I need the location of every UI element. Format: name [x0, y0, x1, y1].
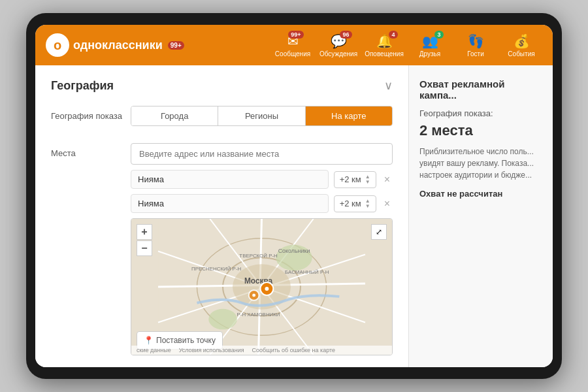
- map-zoom-in-button[interactable]: +: [137, 224, 152, 240]
- right-panel-display-label: География показа:: [419, 108, 542, 118]
- right-panel: Охват рекламной кампа... География показ…: [409, 65, 553, 367]
- events-label: События: [508, 50, 534, 57]
- address-input[interactable]: [131, 143, 393, 165]
- location-remove-2[interactable]: ×: [382, 198, 393, 210]
- geography-display-row: География показа Города Регионы На карте: [51, 106, 393, 133]
- nav-items: ✉ 99+ Сообщения 💬 96 Обсуждения �: [272, 33, 542, 57]
- map-controls: + −: [137, 224, 152, 256]
- section-collapse-icon[interactable]: ∨: [384, 78, 393, 93]
- main-content: География ∨ География показа Города Реги…: [35, 65, 553, 367]
- map-pin-icon: 📍: [144, 336, 154, 345]
- discussions-label: Обсуждения: [319, 50, 357, 57]
- tab-cities[interactable]: Города: [131, 106, 218, 125]
- location-remove-1[interactable]: ×: [382, 174, 393, 186]
- nav-item-notifications[interactable]: 🔔 4 Оповещения: [363, 33, 405, 57]
- discussions-badge: 96: [340, 31, 351, 39]
- svg-point-10: [208, 309, 237, 330]
- left-panel: География ∨ География показа Города Реги…: [35, 65, 409, 367]
- map-place-label: Поставить точку: [156, 336, 216, 345]
- messages-label: Сообщения: [275, 50, 310, 57]
- tablet-inner: о одноклассники 99+ ✉ 99+ Сообщения 💬: [35, 25, 553, 367]
- tab-map[interactable]: На карте: [306, 106, 392, 125]
- map-footer-terms[interactable]: Условия использования: [179, 347, 244, 353]
- logo-text: одноклассники: [73, 39, 163, 52]
- map-expand-button[interactable]: ⤢: [371, 224, 387, 240]
- discussions-icon: 💬 96: [331, 33, 347, 49]
- map-footer-data: ские данные: [137, 347, 171, 353]
- location-radius-1[interactable]: +2 км ▲ ▼: [334, 171, 376, 188]
- map-background: Москва ТВЕРСКОЙ Р-Н БАСМАННЫЙ Р-Н ПРЕСНЕ…: [131, 219, 392, 355]
- logo-area: о одноклассники 99+: [46, 33, 184, 57]
- nav-item-friends[interactable]: 👥 3 Друзья: [409, 33, 451, 57]
- svg-text:БАСМАННЫЙ Р-Н: БАСМАННЫЙ Р-Н: [285, 269, 329, 275]
- location-row-1: Нияма +2 км ▲ ▼ ×: [131, 170, 393, 189]
- places-controls: Нияма +2 км ▲ ▼ ×: [131, 143, 393, 355]
- messages-badge: 99+: [288, 31, 303, 39]
- svg-point-21: [252, 293, 255, 297]
- svg-text:Сокольники: Сокольники: [278, 248, 310, 254]
- map-footer: ские данные Условия использования Сообщи…: [131, 346, 392, 355]
- tab-regions[interactable]: Регионы: [218, 106, 305, 125]
- location-radius-2-value: +2 км: [340, 199, 361, 208]
- location-radius-2-arrows: ▲ ▼: [365, 199, 370, 209]
- geography-tabs: Города Регионы На карте: [131, 106, 393, 133]
- friends-label: Друзья: [419, 50, 440, 57]
- logo-badge: 99+: [168, 41, 184, 50]
- map-container: Москва ТВЕРСКОЙ Р-Н БАСМАННЫЙ Р-Н ПРЕСНЕ…: [131, 218, 393, 355]
- right-panel-status: Охват не рассчитан: [419, 189, 542, 199]
- svg-text:ПРЕСНЕНСКИЙ Р-Н: ПРЕСНЕНСКИЙ Р-Н: [191, 266, 241, 272]
- tablet-frame: о одноклассники 99+ ✉ 99+ Сообщения 💬: [26, 13, 562, 379]
- right-panel-title: Охват рекламной кампа...: [419, 78, 542, 101]
- location-row-2: Нияма +2 км ▲ ▼ ×: [131, 194, 393, 213]
- location-radius-2[interactable]: +2 км ▲ ▼: [334, 195, 376, 212]
- location-radius-1-value: +2 км: [340, 174, 361, 184]
- nav-item-discussions[interactable]: 💬 96 Обсуждения: [318, 33, 359, 57]
- location-name-1: Нияма: [131, 170, 329, 189]
- notifications-icon: 🔔 4: [376, 33, 393, 49]
- location-name-2: Нияма: [131, 194, 329, 213]
- nav-item-messages[interactable]: ✉ 99+ Сообщения: [272, 33, 314, 57]
- right-panel-description: Приблизительное число поль... увидят ваш…: [419, 146, 542, 181]
- svg-point-19: [265, 287, 269, 291]
- svg-text:ТВЕРСКОЙ Р-Н: ТВЕРСКОЙ Р-Н: [239, 253, 278, 259]
- map-footer-report[interactable]: Сообщить об ошибке на карте: [252, 347, 335, 353]
- map-zoom-out-button[interactable]: −: [137, 240, 152, 256]
- location-radius-1-arrows: ▲ ▼: [365, 174, 370, 185]
- section-header: География ∨: [51, 78, 393, 93]
- places-row: Места Нияма +2 км ▲ ▼: [51, 143, 393, 355]
- friends-icon: 👥 3: [422, 33, 438, 49]
- friends-badge: 3: [434, 31, 443, 39]
- events-icon: 💰: [514, 33, 530, 49]
- places-label: Места: [51, 143, 123, 158]
- guests-label: Гости: [467, 50, 483, 57]
- top-nav: о одноклассники 99+ ✉ 99+ Сообщения 💬: [35, 25, 553, 65]
- messages-icon: ✉ 99+: [287, 33, 299, 49]
- tab-group: Города Регионы На карте: [131, 106, 393, 126]
- nav-item-guests[interactable]: 👣 Гости: [455, 33, 497, 57]
- guests-icon: 👣: [468, 33, 484, 49]
- geography-display-label: География показа: [51, 106, 123, 121]
- nav-item-events[interactable]: 💰 События: [500, 33, 542, 57]
- right-panel-places-count: 2 места: [419, 122, 542, 139]
- section-title: География: [51, 79, 114, 93]
- notifications-label: Оповещения: [365, 50, 404, 57]
- notifications-badge: 4: [389, 31, 397, 39]
- ok-logo-icon: о: [46, 33, 69, 57]
- svg-text:Р-Н ХАМОВНИКИ: Р-Н ХАМОВНИКИ: [237, 312, 280, 318]
